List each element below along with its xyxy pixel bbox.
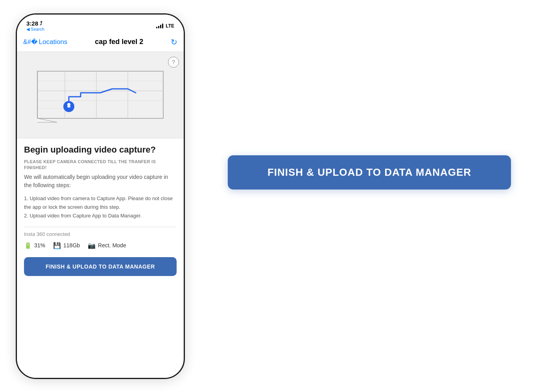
time-display: 3:28	[26, 20, 38, 27]
chevron-left-icon: &#�	[23, 38, 37, 46]
page-title: cap fed level 2	[95, 38, 143, 46]
help-label: ?	[172, 59, 175, 65]
status-left: 3:28 ⤴ ◀ Search	[26, 20, 44, 32]
help-icon[interactable]: ?	[168, 57, 179, 68]
svg-point-12	[67, 103, 70, 106]
upload-button[interactable]: FINISH & UPLOAD TO DATA MANAGER	[24, 257, 177, 276]
storage-label: 118Gb	[63, 242, 80, 248]
battery-label: 31%	[34, 242, 45, 248]
signal-bar-4	[162, 24, 163, 28]
step-2: 2. Upload video from Capture App to Data…	[24, 212, 177, 220]
upload-steps: 1. Upload video from camera to Capture A…	[24, 194, 177, 220]
map-area: ?	[17, 52, 184, 138]
divider	[24, 227, 177, 227]
status-right: LTE	[156, 23, 174, 29]
big-upload-button[interactable]: FINISH & UPLOAD TO DATA MANAGER	[228, 155, 511, 190]
step-1: 1. Upload video from camera to Capture A…	[24, 194, 177, 212]
phone-mockup: 3:28 ⤴ ◀ Search LTE	[16, 13, 185, 379]
storage-info: 💾 118Gb	[53, 242, 80, 249]
status-time: 3:28 ⤴	[26, 20, 44, 27]
nav-bar: &#� Locations cap fed level 2 ↻	[17, 34, 184, 52]
mode-icon: 📷	[88, 242, 96, 249]
status-bar: 3:28 ⤴ ◀ Search LTE	[17, 15, 184, 34]
device-info-row: 🔋 31% 💾 118Gb 📷 Rect. Mode	[24, 242, 177, 249]
lte-label: LTE	[166, 23, 174, 29]
mode-label: Rect. Mode	[98, 242, 126, 248]
locations-back-label[interactable]: Locations	[39, 38, 68, 46]
mode-info: 📷 Rect. Mode	[88, 242, 126, 249]
back-search-label[interactable]: ◀ Search	[26, 27, 44, 32]
location-icon: ⤴	[40, 20, 42, 26]
storage-icon: 💾	[53, 242, 61, 249]
upload-warning: PLEASE KEEP CAMERA CONNECTED TILL THE TR…	[24, 159, 177, 171]
upload-title: Begin uploading video capture?	[24, 145, 177, 155]
signal-bars	[156, 24, 163, 28]
battery-info: 🔋 31%	[24, 242, 45, 249]
signal-bar-1	[156, 27, 157, 28]
svg-rect-0	[37, 71, 163, 118]
nav-back-button[interactable]: &#� Locations	[23, 38, 67, 46]
page-container: 3:28 ⤴ ◀ Search LTE	[0, 0, 546, 392]
content-area: Begin uploading video capture? PLEASE KE…	[17, 138, 184, 378]
battery-icon: 🔋	[24, 242, 32, 249]
right-panel: FINISH & UPLOAD TO DATA MANAGER	[208, 155, 530, 237]
refresh-icon[interactable]: ↻	[171, 37, 177, 47]
camera-status: Insta 360 connected	[24, 231, 177, 237]
signal-bar-3	[160, 25, 161, 28]
upload-description: We will automatically begin uploading yo…	[24, 173, 177, 190]
signal-bar-2	[158, 26, 159, 28]
floor-plan	[33, 63, 167, 126]
